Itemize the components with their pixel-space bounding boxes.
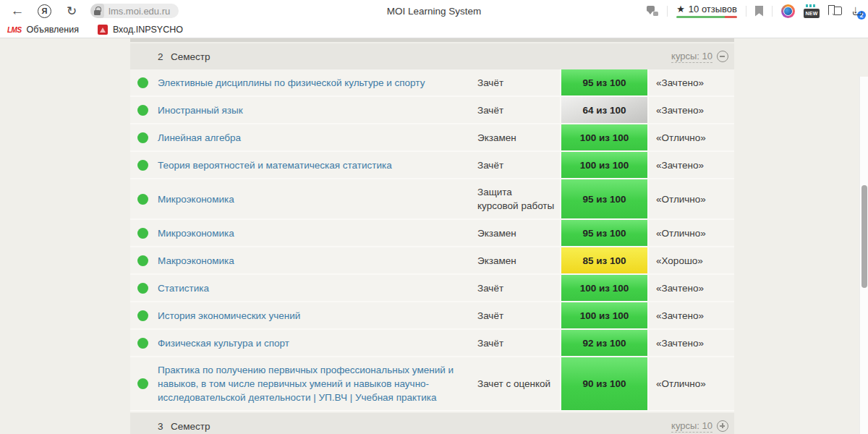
url-text[interactable]: lms.moi.edu.ru	[104, 6, 170, 17]
grade-text: «Зачтено»	[649, 330, 734, 356]
assessment-type: Зачет с оценкой	[477, 357, 560, 410]
semester-title: Семестр	[171, 421, 210, 432]
grade-text: «Хорошо»	[649, 247, 734, 273]
status-dot-icon	[137, 132, 148, 143]
bookmark-item-inpsycho[interactable]: Вход.INPSYCHO	[98, 25, 183, 35]
divider	[667, 6, 668, 17]
course-link[interactable]: История экономических учений	[158, 309, 300, 323]
assessment-type: Экзамен	[477, 247, 560, 273]
course-row: Физическая культура и спорт Зачёт 92 из …	[130, 330, 734, 357]
assessment-type: Зачёт	[477, 97, 560, 123]
yandex-logo-icon[interactable]: Я	[38, 4, 51, 18]
status-dot-icon	[137, 194, 148, 205]
course-row: Линейная алгебра Экзамен 100 из 100 «Отл…	[130, 124, 734, 152]
score-badge: 95 из 100	[560, 220, 649, 246]
status-dot-icon	[137, 160, 148, 171]
assessment-type: Зачёт	[477, 330, 560, 356]
new-badge-label: NEW	[804, 9, 820, 18]
status-dot-icon	[137, 338, 148, 349]
page-scrollbar[interactable]	[859, 77, 868, 434]
semester-number: 3	[158, 421, 171, 432]
bookmark-item-announcements[interactable]: LMS Объявления	[7, 25, 79, 35]
course-link[interactable]: Практика по получению первичных професси…	[158, 363, 463, 404]
grade-text: «Отлично»	[649, 357, 734, 410]
status-dot-icon	[137, 105, 148, 116]
bookmarks-bar: LMS Объявления Вход.INPSYCHO	[0, 22, 868, 38]
course-link[interactable]: Микроэкономика	[158, 192, 234, 206]
reviews-count-label: 10 отзывов	[689, 4, 737, 14]
course-row: Элективные дисциплины по физической куль…	[130, 69, 734, 97]
course-link[interactable]: Иностранный язык	[158, 103, 243, 117]
site-reviews-button[interactable]: 10 отзывов	[676, 4, 737, 18]
status-dot-icon	[137, 77, 148, 88]
download-count-badge: 2	[857, 11, 866, 20]
assessment-type: Защита курсовой работы	[477, 179, 560, 218]
course-row: Практика по получению первичных професси…	[130, 357, 734, 412]
grade-text: «Зачтено»	[649, 275, 734, 301]
divider	[772, 6, 773, 17]
course-row: Статистика Зачёт 100 из 100 «Зачтено»	[130, 275, 734, 302]
browser-toolbar: Я lms.moi.edu.ru MOI Learning System 10 …	[0, 0, 868, 22]
scrollbar-thumb[interactable]	[861, 185, 867, 288]
grade-text: «Зачтено»	[649, 97, 734, 123]
course-row: Иностранный язык Зачёт 64 из 100 «Зачтен…	[130, 97, 734, 124]
grade-text: «Зачтено»	[649, 69, 734, 95]
assessment-type: Зачёт	[477, 152, 560, 178]
score-badge: 90 из 100	[560, 357, 649, 410]
semester-3-header: 3 Семестр курсы: 10	[130, 413, 734, 434]
new-extension-icon[interactable]: NEW	[804, 4, 820, 18]
grade-text: «Отлично»	[649, 124, 734, 150]
collapse-minus-circle-icon[interactable]	[717, 51, 728, 62]
star-icon	[676, 4, 685, 14]
bookmark-label: Объявления	[27, 25, 79, 35]
score-badge: 92 из 100	[560, 330, 649, 356]
grade-text: «Отлично»	[649, 220, 734, 246]
bookmark-label: Вход.INPSYCHO	[113, 25, 183, 35]
status-dot-icon	[137, 255, 148, 266]
score-badge: 95 из 100	[560, 69, 649, 95]
course-row: Макроэкономика Экзамен 85 из 100 «Хорошо…	[130, 247, 734, 275]
course-link[interactable]: Элективные дисциплины по физической куль…	[158, 76, 425, 90]
assessment-type: Зачёт	[477, 69, 560, 95]
status-dot-icon	[137, 378, 148, 389]
collections-icon[interactable]	[828, 5, 842, 17]
grades-table: 2 Семестр курсы: 10 Элективные дисциплин…	[130, 38, 734, 434]
course-link[interactable]: Макроэкономика	[158, 254, 234, 268]
divider	[746, 6, 746, 17]
course-link[interactable]: Статистика	[158, 281, 209, 295]
address-bar[interactable]: lms.moi.edu.ru	[90, 4, 179, 18]
bookmark-flag-icon[interactable]	[755, 6, 763, 17]
assessment-type: Экзамен	[477, 124, 560, 150]
status-dot-icon	[137, 283, 148, 294]
score-badge: 64 из 100	[560, 97, 649, 123]
lms-favicon: LMS	[7, 26, 22, 34]
course-link[interactable]: Микроэкономика	[158, 226, 234, 240]
course-link[interactable]: Теория вероятностей и математическая ста…	[158, 158, 392, 172]
assessment-type: Экзамен	[477, 220, 560, 246]
courses-count-link[interactable]: курсы: 10	[671, 420, 712, 433]
course-link[interactable]: Физическая культура и спорт	[158, 336, 289, 350]
toolbar-right-icons: 10 отзывов NEW 2	[647, 0, 864, 22]
browser-chrome: Я lms.moi.edu.ru MOI Learning System 10 …	[0, 0, 868, 38]
status-dot-icon	[137, 228, 148, 239]
semester-title: Семестр	[171, 51, 210, 62]
refresh-icon[interactable]	[64, 4, 80, 18]
semester-number: 2	[158, 51, 171, 62]
courses-count-link[interactable]: курсы: 10	[671, 51, 712, 63]
feedback-icon[interactable]	[647, 6, 658, 16]
back-icon[interactable]	[9, 3, 26, 19]
download-icon[interactable]: 2	[851, 4, 864, 18]
course-rows: Элективные дисциплины по физической куль…	[130, 69, 734, 412]
score-badge: 100 из 100	[560, 124, 649, 150]
score-badge: 100 из 100	[560, 152, 649, 178]
course-row: Микроэкономика Защита курсовой работы 95…	[130, 179, 734, 220]
score-badge: 95 из 100	[560, 179, 649, 218]
semester-2-header: 2 Семестр курсы: 10	[130, 43, 734, 69]
course-link[interactable]: Линейная алгебра	[158, 131, 241, 145]
lock-icon[interactable]	[90, 4, 104, 18]
course-row: Теория вероятностей и математическая ста…	[130, 152, 734, 179]
extension-logo-icon[interactable]	[781, 4, 795, 18]
grade-text: «Отлично»	[649, 179, 734, 218]
previous-semester-edge	[130, 38, 734, 42]
expand-plus-circle-icon[interactable]	[717, 420, 728, 432]
